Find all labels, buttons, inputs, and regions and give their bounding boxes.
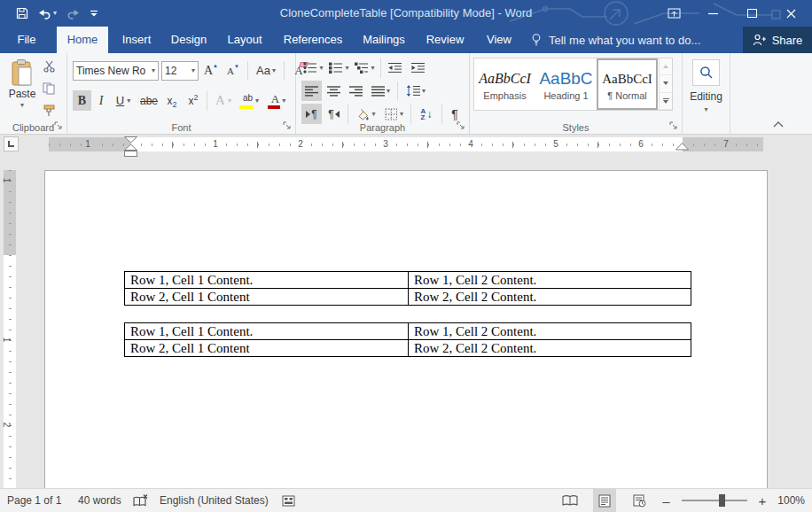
proofing-status-button[interactable] (133, 489, 148, 512)
ribbon-display-options-button[interactable] (654, 0, 693, 27)
tab-view[interactable]: View (479, 27, 519, 53)
cut-button[interactable] (43, 60, 56, 76)
zoom-out-button[interactable]: – (662, 494, 669, 508)
vruler-number: 1 (2, 178, 12, 183)
shrink-font-button[interactable]: A ▼ (223, 60, 243, 81)
clipboard-dialog-launcher[interactable] (54, 121, 64, 131)
language-indicator[interactable]: English (United States) (160, 489, 269, 512)
sort-arrow-icon: ↓ (426, 108, 432, 120)
multilevel-list-button[interactable]: ▾ (353, 58, 377, 78)
editing-button[interactable] (692, 59, 720, 86)
increase-indent-button[interactable] (408, 58, 429, 78)
bold-button[interactable]: B (73, 90, 91, 111)
page-indicator[interactable]: Page 1 of 1 (7, 489, 61, 512)
style-heading1[interactable]: AaBbC Heading 1 (535, 58, 597, 110)
decrease-indent-button[interactable] (385, 58, 406, 78)
numbering-button[interactable]: ▾ (327, 58, 351, 78)
line-spacing-button[interactable]: ▾ (402, 81, 430, 101)
undo-dropdown-icon[interactable]: ▾ (53, 10, 57, 17)
paste-button[interactable]: Paste ▾ (4, 59, 40, 121)
font-dialog-launcher[interactable] (283, 121, 293, 131)
shading-button[interactable]: ▾ (352, 104, 379, 124)
customize-qat-button[interactable] (90, 9, 98, 18)
align-center-icon (327, 86, 340, 97)
strikethrough-button[interactable]: abe (137, 90, 160, 111)
zoom-level[interactable]: 100% (777, 494, 805, 507)
table-cell[interactable]: Row 1, Cell 2 Content. (409, 272, 691, 289)
minimize-button[interactable] (693, 0, 732, 27)
tab-file[interactable]: File (7, 27, 46, 53)
grow-font-button[interactable]: A ▲ (201, 60, 221, 81)
tab-insert[interactable]: Insert (115, 27, 158, 53)
horizontal-ruler[interactable]: 1 1 2 3 4 5 6 7 (46, 137, 766, 151)
highlight-color-button[interactable]: ab ▾ (238, 90, 264, 111)
collapse-ribbon-button[interactable] (771, 119, 785, 129)
paragraph-dialog-launcher[interactable] (457, 121, 466, 131)
table-cell[interactable]: Row 2, Cell 1 Content (125, 289, 409, 306)
read-mode-button[interactable] (558, 489, 582, 512)
font-name-combobox[interactable]: Times New Ro ▾ (73, 61, 159, 81)
change-case-glyph: Aa (256, 64, 270, 77)
table-cell[interactable]: Row 2, Cell 2 Content. (409, 289, 691, 306)
styles-more-button[interactable] (660, 93, 672, 110)
right-indent-marker[interactable] (675, 143, 689, 151)
table-cell[interactable]: Row 1, Cell 2 Content. (409, 323, 691, 340)
table-cell[interactable]: Row 2, Cell 1 Content (125, 340, 409, 357)
tell-me-box[interactable]: Tell me what you want to do... (530, 27, 700, 53)
tab-references[interactable]: References (278, 27, 347, 53)
borders-button[interactable]: ▾ (381, 104, 407, 124)
editing-dropdown-icon[interactable]: ▾ (683, 106, 730, 113)
vruler-text-area (4, 255, 16, 488)
tab-home[interactable]: Home (57, 27, 108, 53)
underline-button[interactable]: U ▾ (111, 90, 136, 111)
word-count[interactable]: 40 words (78, 489, 121, 512)
zoom-in-button[interactable]: + (759, 494, 767, 508)
tab-review[interactable]: Review (420, 27, 470, 53)
tab-layout[interactable]: Layout (220, 27, 269, 53)
rtl-text-direction-button[interactable]: ¶ (324, 104, 344, 124)
styles-scroll-down-button[interactable] (660, 75, 672, 92)
italic-button[interactable]: I (93, 90, 109, 111)
format-painter-button[interactable] (43, 105, 56, 120)
document-page[interactable]: Row 1, Cell 1 Content. Row 1, Cell 2 Con… (44, 170, 768, 488)
font-color-button[interactable]: A ▾ (266, 90, 291, 111)
undo-button[interactable]: ▾ (38, 8, 57, 19)
close-button[interactable] (771, 0, 810, 27)
bullets-button[interactable]: ▾ (301, 58, 325, 78)
table-cell[interactable]: Row 1, Cell 1 Content. (125, 323, 409, 340)
zoom-slider[interactable] (682, 500, 747, 501)
grow-font-arrow-icon: ▲ (213, 63, 218, 68)
font-size-combobox[interactable]: 12 ▾ (161, 61, 199, 81)
change-case-button[interactable]: Aa ▾ (253, 60, 279, 81)
copy-button[interactable] (43, 82, 56, 98)
ruler-number: 6 (636, 138, 645, 151)
align-left-button[interactable] (301, 81, 322, 101)
superscript-button[interactable]: x 2 (183, 90, 203, 111)
style-emphasis[interactable]: AaBbCcI Emphasis (474, 58, 535, 110)
print-layout-button[interactable] (593, 489, 616, 512)
tab-stop-selector[interactable] (4, 136, 19, 151)
justify-button[interactable]: ▾ (368, 81, 394, 101)
styles-dialog-launcher[interactable] (669, 121, 679, 131)
ltr-text-direction-button[interactable]: ¶ (301, 104, 322, 124)
align-center-button[interactable] (324, 81, 344, 101)
zoom-slider-handle[interactable] (719, 494, 725, 507)
maximize-button[interactable] (732, 0, 771, 27)
subscript-button[interactable]: x 2 (162, 90, 182, 111)
paste-dropdown-icon[interactable]: ▾ (20, 102, 24, 109)
align-right-button[interactable] (346, 81, 366, 101)
sort-button[interactable]: A Z ↓ (415, 104, 438, 124)
save-button[interactable] (16, 7, 28, 19)
tab-mailings[interactable]: Mailings (355, 27, 413, 53)
share-button[interactable]: Share (743, 27, 812, 53)
macro-recording-button[interactable] (282, 489, 295, 512)
table-cell[interactable]: Row 1, Cell 1 Content. (125, 272, 409, 289)
web-layout-button[interactable] (628, 489, 651, 512)
left-indent-marker[interactable] (124, 136, 137, 158)
styles-scroll-up-button[interactable] (660, 58, 672, 75)
style-normal[interactable]: AaBbCcI ¶ Normal (597, 58, 658, 110)
font-size-dropdown-icon: ▾ (191, 67, 195, 74)
vertical-ruler[interactable]: 1 1 2 (4, 170, 16, 488)
tab-design[interactable]: Design (165, 27, 213, 53)
table-cell[interactable]: Row 2, Cell 2 Content. (409, 340, 691, 357)
